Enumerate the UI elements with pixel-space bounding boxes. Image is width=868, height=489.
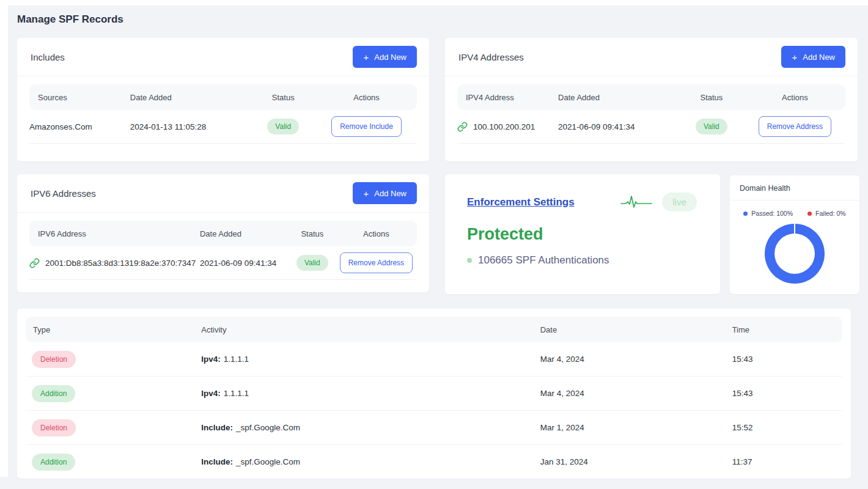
legend-failed-label: Failed: 0% (815, 210, 846, 217)
ipv6-add-new-button[interactable]: + Add New (353, 182, 417, 204)
ipv4-card-title: IPV4 Addresses (458, 52, 524, 62)
ipv6-card-title: IPV6 Addresses (31, 188, 96, 199)
ipv4-add-new-button[interactable]: + Add New (781, 46, 845, 68)
page-frame-top (0, 0, 868, 6)
ipv6-col-address: IPV6 Address (29, 229, 200, 238)
domain-health-donut (765, 224, 825, 284)
legend-failed: Failed: 0% (807, 210, 846, 217)
activity-date: Jan 31, 2024 (540, 457, 732, 466)
type-badge-deletion: Deletion (32, 351, 76, 368)
activity-value: _spf.Google.Com (236, 457, 300, 466)
ipv4-col-actions: Actions (745, 93, 845, 102)
type-badge-addition: Addition (32, 454, 75, 471)
remove-include-button[interactable]: Remove Include (331, 116, 402, 137)
page-title: Manage SPF Records (17, 13, 123, 26)
activity-row: Addition Ipv4:1.1.1.1 Mar 4, 2024 15:43 (26, 377, 842, 411)
ipv4-card: IPV4 Addresses + Add New IPV4 Address Da… (445, 38, 858, 161)
includes-col-date: Date Added (130, 93, 251, 102)
ipv6-address: 2001:Db8:85a3:8d3:1319:8a2e:370:7347 (45, 259, 196, 268)
includes-col-actions: Actions (316, 93, 417, 102)
plus-icon: + (792, 52, 797, 62)
activity-log-card: Type Activity Date Time Deletion Ipv4:1.… (17, 309, 851, 479)
legend-passed: Passed: 100% (743, 210, 793, 217)
add-new-label: Add New (803, 53, 835, 62)
heartbeat-icon (620, 194, 653, 211)
include-source: Amazonses.Com (29, 122, 130, 131)
activity-label: Include: (201, 423, 233, 432)
activity-time: 15:52 (732, 423, 842, 432)
activity-date: Mar 1, 2024 (540, 423, 732, 432)
ipv4-row: 100.100.200.201 2021-06-09 09:41:34 Vali… (457, 110, 845, 144)
legend-passed-label: Passed: 100% (751, 210, 793, 217)
activity-label: Ipv4: (201, 389, 221, 398)
include-date-added: 2024-01-13 11:05:28 (130, 122, 251, 131)
plus-icon: + (363, 188, 369, 199)
ipv4-col-status: Status (679, 93, 745, 102)
activity-value: 1.1.1.1 (224, 389, 249, 398)
ipv6-col-date: Date Added (200, 229, 289, 238)
page-frame-left (0, 0, 8, 477)
activity-col-time: Time (732, 325, 842, 334)
stat-dot-icon (467, 258, 472, 263)
includes-card: Includes + Add New Sources Date Added St… (17, 38, 429, 161)
ipv6-col-actions: Actions (336, 229, 417, 238)
ipv6-date-added: 2021-06-09 09:41:34 (200, 259, 289, 268)
activity-value: _spf.Google.Com (236, 423, 300, 432)
link-icon (457, 122, 468, 132)
ipv4-col-date: Date Added (558, 93, 679, 102)
activity-row: Deletion Ipv4:1.1.1.1 Mar 4, 2024 15:43 (26, 342, 842, 377)
activity-row: Addition Include:_spf.Google.Com Jan 31,… (26, 445, 842, 479)
activity-row: Deletion Include:_spf.Google.Com Mar 1, … (26, 411, 842, 445)
protection-status: Protected (445, 211, 720, 244)
domain-health-title: Domain Health (730, 175, 859, 200)
ipv4-date-added: 2021-06-09 09:41:34 (558, 122, 679, 131)
activity-col-activity: Activity (201, 325, 540, 334)
activity-time: 15:43 (732, 389, 842, 398)
activity-label: Include: (201, 457, 233, 466)
enforcement-card: Enforcement Settings live Protected 1066… (445, 174, 720, 294)
passed-dot-icon (743, 211, 748, 216)
ipv4-col-address: IPV4 Address (457, 93, 558, 102)
activity-date: Mar 4, 2024 (540, 389, 732, 398)
includes-col-status: Status (250, 93, 316, 102)
plus-icon: + (363, 52, 369, 62)
type-badge-deletion: Deletion (32, 419, 76, 436)
add-new-label: Add New (374, 53, 406, 62)
activity-label: Ipv4: (201, 355, 221, 364)
activity-date: Mar 4, 2024 (540, 355, 732, 364)
link-icon (29, 258, 40, 268)
type-badge-addition: Addition (32, 385, 75, 402)
enforcement-settings-link[interactable]: Enforcement Settings (467, 196, 575, 208)
activity-time: 15:43 (732, 355, 842, 364)
failed-dot-icon (807, 211, 812, 216)
ipv6-card: IPV6 Addresses + Add New IPV6 Address Da… (17, 174, 429, 292)
add-new-label: Add New (374, 189, 406, 198)
includes-col-sources: Sources (29, 93, 130, 102)
status-badge: Valid (696, 119, 727, 134)
includes-row: Amazonses.Com 2024-01-13 11:05:28 Valid … (29, 110, 417, 144)
ipv6-row: 2001:Db8:85a3:8d3:1319:8a2e:370:7347 202… (29, 246, 417, 280)
activity-value: 1.1.1.1 (224, 355, 249, 364)
includes-add-new-button[interactable]: + Add New (353, 46, 417, 68)
remove-ipv4-button[interactable]: Remove Address (759, 116, 831, 137)
live-badge: live (662, 193, 697, 211)
status-badge: Valid (296, 255, 328, 271)
ipv4-address: 100.100.200.201 (473, 122, 535, 131)
ipv6-col-status: Status (289, 229, 336, 238)
status-badge: Valid (267, 119, 299, 134)
activity-col-date: Date (540, 325, 732, 334)
activity-col-type: Type (26, 325, 201, 334)
domain-health-card: Domain Health Passed: 100% Failed: 0% (730, 175, 859, 294)
includes-card-title: Includes (31, 52, 65, 62)
activity-time: 11:37 (732, 457, 842, 466)
remove-ipv6-button[interactable]: Remove Address (340, 252, 413, 273)
spf-authentications-stat: 106665 SPF Authentications (478, 254, 609, 267)
